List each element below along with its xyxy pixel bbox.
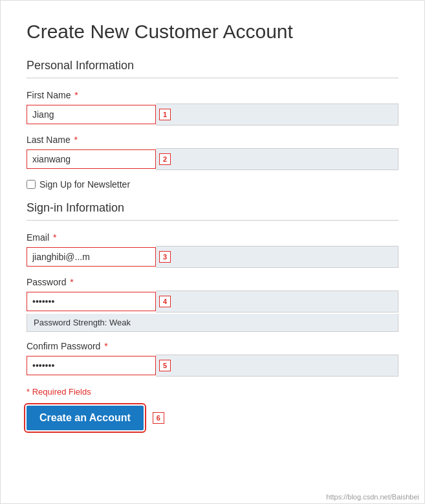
password-input[interactable] xyxy=(27,292,156,311)
submit-annotation: 6 xyxy=(153,412,164,424)
page-wrapper: Create New Customer Account Personal Inf… xyxy=(0,0,425,504)
first-name-input[interactable] xyxy=(27,105,156,124)
last-name-group: Last Name * 2 xyxy=(27,135,398,170)
newsletter-checkbox[interactable] xyxy=(27,180,36,189)
confirm-password-input[interactable] xyxy=(27,356,156,375)
required-star-5: * xyxy=(102,341,107,351)
personal-section-title: Personal Information xyxy=(27,59,398,72)
required-fields-note: * Required Fields xyxy=(27,387,398,397)
last-name-fill xyxy=(156,148,398,170)
email-label: Email * xyxy=(27,232,398,243)
required-star-2: * xyxy=(72,135,78,145)
email-input[interactable] xyxy=(27,247,156,267)
password-fill xyxy=(156,290,398,312)
required-star-3: * xyxy=(50,232,56,243)
first-name-annotation: 1 xyxy=(159,109,171,120)
password-label: Password * xyxy=(27,277,398,287)
last-name-row: 2 xyxy=(27,148,398,170)
required-star: * xyxy=(72,90,78,100)
confirm-password-label: Confirm Password * xyxy=(27,341,398,351)
first-name-fill xyxy=(156,104,398,126)
last-name-annotation: 2 xyxy=(159,153,171,165)
create-account-button[interactable]: Create an Account xyxy=(27,406,144,430)
password-group: Password * 4 Password Strength: Weak xyxy=(27,277,398,332)
signin-section: Sign-in Information Email * 3 Password *… xyxy=(27,201,398,377)
personal-section: Personal Information First Name * 1 Last… xyxy=(27,59,398,190)
email-fill xyxy=(156,246,398,268)
last-name-input[interactable] xyxy=(27,149,156,169)
last-name-label: Last Name * xyxy=(27,135,398,145)
first-name-group: First Name * 1 xyxy=(27,90,398,126)
signin-divider xyxy=(27,220,398,221)
newsletter-label: Sign Up for Newsletter xyxy=(39,179,130,190)
confirm-password-row: 5 xyxy=(27,355,398,377)
page-title: Create New Customer Account xyxy=(27,20,398,43)
confirm-password-annotation: 5 xyxy=(159,360,171,371)
required-star-4: * xyxy=(67,277,73,287)
first-name-row: 1 xyxy=(27,104,398,126)
password-annotation: 4 xyxy=(159,296,171,307)
form-footer: * Required Fields Create an Account 6 xyxy=(27,387,398,430)
newsletter-row: Sign Up for Newsletter xyxy=(27,179,398,190)
password-row: 4 xyxy=(27,290,398,312)
first-name-label: First Name * xyxy=(27,90,398,100)
signin-section-title: Sign-in Information xyxy=(27,201,398,215)
personal-divider xyxy=(27,78,398,78)
confirm-password-fill xyxy=(156,355,398,377)
button-row: Create an Account 6 xyxy=(27,406,398,430)
watermark: https://blog.csdn.net/Baishbei xyxy=(326,493,419,501)
email-group: Email * 3 xyxy=(27,232,398,268)
confirm-password-group: Confirm Password * 5 xyxy=(27,341,398,377)
email-annotation: 3 xyxy=(159,251,171,263)
password-strength: Password Strength: Weak xyxy=(27,314,398,332)
email-row: 3 xyxy=(27,246,398,268)
